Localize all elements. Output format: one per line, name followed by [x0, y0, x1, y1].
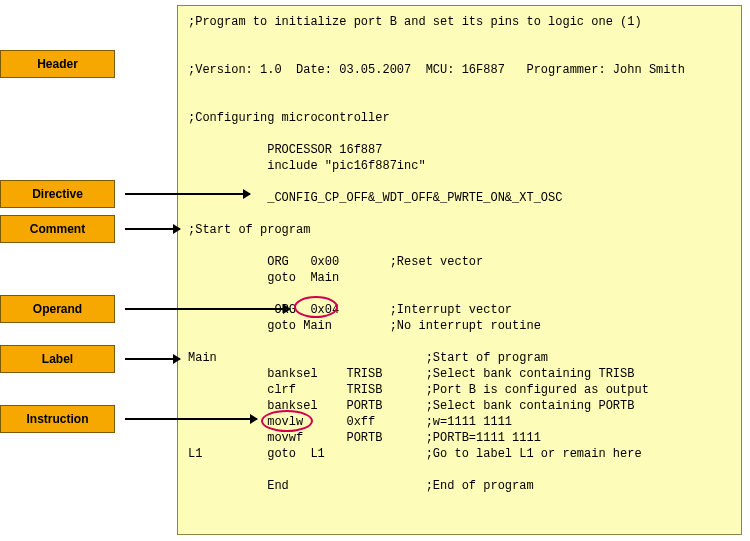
tag-text: Comment: [30, 222, 85, 236]
tag-directive: Directive: [0, 180, 115, 208]
arrow-directive: [125, 193, 250, 195]
tag-text: Directive: [32, 187, 83, 201]
tag-label: Label: [0, 345, 115, 373]
arrow-operand: [125, 308, 290, 310]
tag-comment: Comment: [0, 215, 115, 243]
arrow-instruction: [125, 418, 257, 420]
tag-instruction: Instruction: [0, 405, 115, 433]
tag-text: Operand: [33, 302, 82, 316]
code-panel: ;Program to initialize port B and set it…: [177, 5, 742, 535]
tag-operand: Operand: [0, 295, 115, 323]
tag-text: Label: [42, 352, 73, 366]
arrow-label: [125, 358, 180, 360]
arrow-comment: [125, 228, 180, 230]
tag-text: Header: [37, 57, 78, 71]
tag-header: Header: [0, 50, 115, 78]
tag-text: Instruction: [27, 412, 89, 426]
